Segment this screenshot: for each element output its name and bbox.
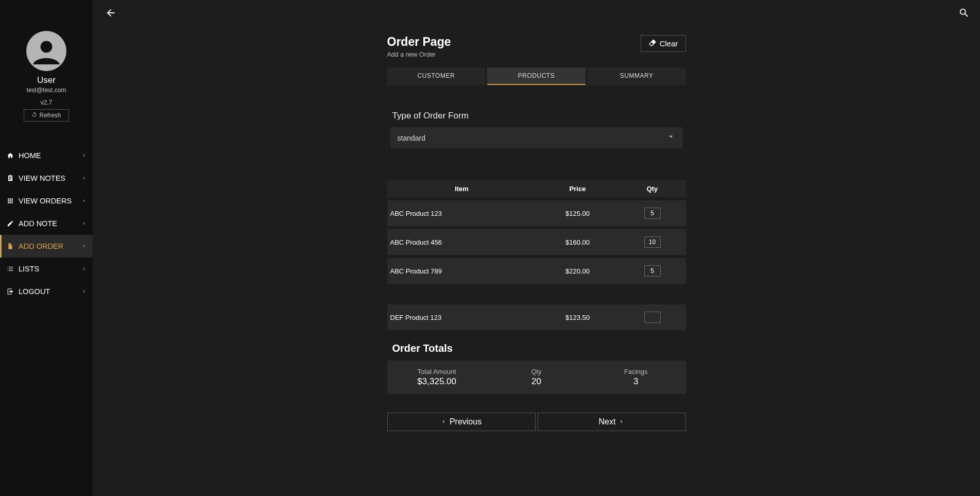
quantity-input[interactable] — [644, 208, 661, 219]
product-name: ABC Product 123 — [387, 210, 537, 217]
pencil-icon — [6, 220, 14, 227]
previous-label: Previous — [450, 417, 482, 426]
page-title: Order Page — [387, 35, 451, 49]
clear-button[interactable]: Clear — [641, 35, 686, 52]
refresh-label: Refresh — [39, 112, 61, 119]
chevron-right-icon — [81, 243, 87, 250]
chevron-right-icon — [81, 175, 87, 182]
avatar — [26, 31, 66, 71]
list-icon — [6, 265, 14, 272]
chevron-right-icon — [618, 417, 624, 426]
product-price: $123.50 — [537, 314, 619, 321]
chevron-right-icon — [81, 220, 87, 228]
refresh-icon — [31, 112, 37, 119]
profile-name: User — [37, 75, 56, 85]
product-price: $125.00 — [537, 210, 619, 217]
sidebar-item-label: ADD NOTE — [19, 219, 57, 228]
logout-icon — [6, 288, 14, 295]
chevron-right-icon — [81, 288, 87, 296]
table-row: ABC Product 123$125.00 — [387, 200, 686, 226]
back-button[interactable] — [105, 7, 116, 22]
topbar — [93, 0, 980, 29]
sidebar-item-view-orders[interactable]: VIEW ORDERS — [0, 190, 93, 212]
table-header: Item Price Qty — [387, 180, 686, 197]
products-table: Item Price Qty ABC Product 123$125.00ABC… — [387, 180, 686, 330]
order-totals: Total Amount$3,325.00Qty20Facings3 — [387, 361, 686, 394]
sidebar-item-label: LISTS — [19, 265, 39, 273]
table-row: ABC Product 456$160.00 — [387, 229, 686, 255]
total-value: 20 — [487, 377, 586, 387]
eraser-icon — [648, 39, 657, 48]
sidebar-item-home[interactable]: HOME — [0, 144, 93, 167]
sidebar-item-label: HOME — [19, 151, 41, 160]
sidebar-item-logout[interactable]: LOGOUT — [0, 280, 93, 303]
previous-button[interactable]: Previous — [387, 413, 536, 431]
chevron-right-icon — [81, 152, 87, 160]
order-type-label: Type of Order Form — [392, 111, 686, 121]
total-value: 3 — [586, 377, 685, 387]
table-row: ABC Product 789$220.00 — [387, 258, 686, 284]
page-subtitle: Add a new Order — [387, 51, 451, 58]
order-totals-title: Order Totals — [392, 343, 686, 354]
order-type-value: standard — [398, 134, 425, 142]
header-item: Item — [387, 185, 537, 193]
chevron-right-icon — [81, 197, 87, 205]
total-col: Total Amount$3,325.00 — [387, 368, 487, 387]
tab-customer[interactable]: CUSTOMER — [387, 67, 486, 85]
chevron-right-icon — [81, 265, 87, 273]
tabs: CUSTOMERPRODUCTSSUMMARY — [387, 67, 686, 85]
quantity-input[interactable] — [644, 265, 661, 277]
product-name: ABC Product 789 — [387, 267, 537, 275]
sidebar-item-add-note[interactable]: ADD NOTE — [0, 212, 93, 235]
total-label: Qty — [487, 368, 586, 375]
sidebar-item-label: ADD ORDER — [19, 242, 63, 250]
quantity-input[interactable] — [644, 312, 661, 323]
product-name: DEF Product 123 — [387, 314, 537, 321]
chevron-left-icon — [441, 417, 446, 426]
sidebar-item-label: VIEW ORDERS — [19, 197, 72, 205]
next-button[interactable]: Next — [538, 413, 686, 431]
chevron-down-icon — [666, 132, 676, 144]
page-header: Order Page Add a new Order Clear — [387, 35, 686, 58]
product-price: $220.00 — [537, 267, 619, 275]
search-icon[interactable] — [958, 7, 970, 22]
quantity-input[interactable] — [644, 236, 661, 248]
order-type-select[interactable]: standard — [390, 127, 683, 148]
product-price: $160.00 — [537, 238, 619, 246]
header-qty: Qty — [619, 185, 686, 193]
sidebar-nav: HOMEVIEW NOTESVIEW ORDERSADD NOTEADD ORD… — [0, 144, 93, 303]
profile-email: test@test.com — [27, 87, 66, 94]
clipboard-icon — [6, 175, 14, 182]
sidebar-item-view-notes[interactable]: VIEW NOTES — [0, 167, 93, 190]
total-label: Total Amount — [387, 368, 487, 375]
total-value: $3,325.00 — [387, 377, 487, 387]
sidebar-item-add-order[interactable]: ADD ORDER — [0, 235, 93, 258]
total-col: Facings3 — [586, 368, 685, 387]
main-content: Order Page Add a new Order Clear CUSTOME… — [93, 0, 980, 496]
total-label: Facings — [586, 368, 685, 375]
home-icon — [6, 152, 14, 159]
product-name: ABC Product 456 — [387, 238, 537, 246]
refresh-button[interactable]: Refresh — [24, 109, 68, 122]
next-label: Next — [599, 417, 616, 426]
grid-icon — [6, 197, 14, 204]
app-version: v2.7 — [41, 99, 53, 106]
tab-summary[interactable]: SUMMARY — [588, 67, 686, 85]
sidebar-item-lists[interactable]: LISTS — [0, 258, 93, 280]
clear-label: Clear — [660, 39, 678, 48]
footer-nav: Previous Next — [387, 413, 686, 431]
sidebar-item-label: VIEW NOTES — [19, 174, 65, 182]
svg-point-1 — [41, 41, 53, 53]
tab-products[interactable]: PRODUCTS — [487, 67, 586, 85]
sidebar-item-label: LOGOUT — [19, 287, 50, 296]
total-col: Qty20 — [487, 368, 586, 387]
profile-block: User test@test.com v2.7 Refresh — [0, 0, 93, 130]
header-price: Price — [537, 185, 619, 193]
sidebar: User test@test.com v2.7 Refresh HOMEVIEW… — [0, 0, 93, 496]
table-row: DEF Product 123$123.50 — [387, 304, 686, 330]
file-icon — [6, 243, 14, 250]
